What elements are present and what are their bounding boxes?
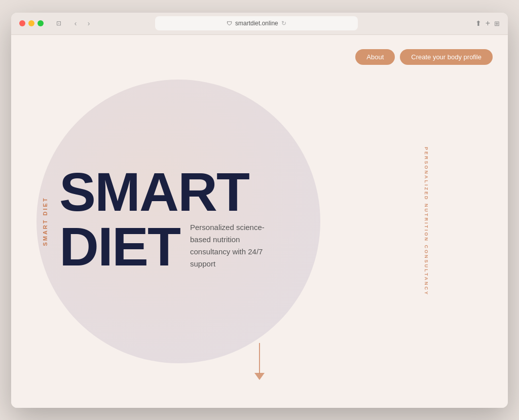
address-bar[interactable]: 🛡 smartdiet.online ↻ <box>155 16 358 30</box>
back-button[interactable]: ‹ <box>70 18 81 29</box>
hero-title-smart: SMART <box>59 164 281 219</box>
close-button[interactable] <box>19 20 25 26</box>
browser-window: ⊡ ‹ › 🛡 smartdiet.online ↻ ⬆ + ⊞ SMART D… <box>11 13 508 408</box>
page-content: SMART DIET PERSONALIZED NUTRITION CONSUL… <box>11 35 508 408</box>
browser-actions: ⬆ + ⊞ <box>475 19 500 28</box>
minimize-button[interactable] <box>28 20 34 26</box>
forward-button[interactable]: › <box>83 18 94 29</box>
extensions-icon[interactable]: ⊞ <box>494 20 500 27</box>
nav-buttons: About Create your body profile <box>355 49 493 65</box>
arrow-head <box>254 373 265 380</box>
new-tab-icon[interactable]: + <box>486 19 490 28</box>
traffic-lights <box>19 20 44 26</box>
maximize-button[interactable] <box>38 20 44 26</box>
side-text-right: PERSONALIZED NUTRITION CONSULTANCY <box>424 146 429 295</box>
create-profile-button[interactable]: Create your body profile <box>400 49 493 65</box>
browser-titlebar: ⊡ ‹ › 🛡 smartdiet.online ↻ ⬆ + ⊞ <box>11 13 508 35</box>
security-icon: 🛡 <box>227 20 232 26</box>
hero-title-diet: DIET <box>59 219 180 274</box>
url-display: smartdiet.online <box>235 20 278 27</box>
browser-nav: ‹ › <box>70 18 94 29</box>
about-button[interactable]: About <box>355 49 395 65</box>
hero-content: SMART DIET Personalized science-based nu… <box>59 164 281 274</box>
side-text-left: SMART DIET <box>42 197 48 246</box>
reload-icon[interactable]: ↻ <box>281 20 286 27</box>
hero-subtitle: Personalized science-based nutrition con… <box>190 221 281 274</box>
browser-controls: ⊡ ‹ › <box>52 18 94 29</box>
hero-diet-row: DIET Personalized science-based nutritio… <box>59 219 281 274</box>
sidebar-toggle[interactable]: ⊡ <box>52 18 66 28</box>
share-icon[interactable]: ⬆ <box>475 19 481 27</box>
scroll-arrow[interactable] <box>254 343 265 380</box>
arrow-line <box>259 343 260 373</box>
